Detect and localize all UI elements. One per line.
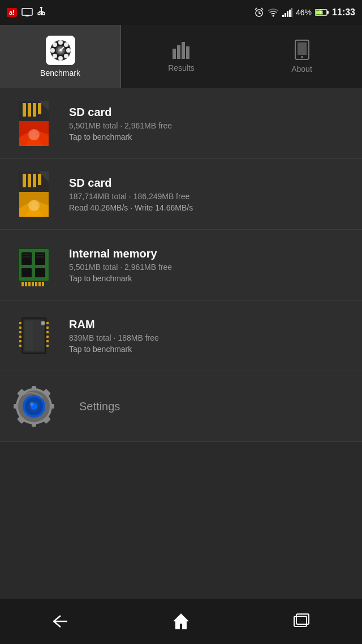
svg-rect-87 bbox=[19, 327, 21, 329]
results-bars-icon bbox=[171, 41, 192, 59]
svg-rect-71 bbox=[21, 282, 24, 286]
svg-marker-116 bbox=[173, 613, 189, 629]
svg-point-27 bbox=[58, 56, 63, 61]
sd-card-2-text: SD card 187,714MB total · 186,249MB free… bbox=[69, 177, 193, 212]
svg-rect-86 bbox=[19, 322, 21, 324]
list-item-sd-card-2[interactable]: SD card 187,714MB total · 186,249MB free… bbox=[0, 159, 362, 230]
ram-action: Tap to benchmark bbox=[69, 345, 159, 354]
svg-rect-40 bbox=[182, 42, 185, 59]
svg-rect-95 bbox=[46, 336, 49, 338]
svg-rect-88 bbox=[19, 331, 21, 333]
nav-bar bbox=[0, 599, 362, 644]
svg-rect-5 bbox=[42, 12, 45, 15]
ram-icon bbox=[9, 311, 59, 360]
benchmark-app-icon bbox=[46, 36, 75, 65]
sd-card-1-subtitle: 5,501MB total · 2,961MB free bbox=[69, 121, 172, 130]
svg-point-33 bbox=[53, 54, 57, 58]
svg-rect-41 bbox=[186, 46, 189, 59]
svg-rect-76 bbox=[38, 282, 41, 286]
svg-rect-72 bbox=[25, 282, 27, 286]
svg-rect-13 bbox=[282, 15, 284, 17]
sd-card-2-action: Read 40.26MB/s · Write 14.66MB/s bbox=[69, 203, 193, 212]
status-bar: a! bbox=[0, 0, 362, 25]
recents-button[interactable] bbox=[279, 607, 324, 636]
list-item-ram[interactable]: RAM 839MB total · 188MB free Tap to benc… bbox=[0, 300, 362, 371]
wifi-icon bbox=[268, 8, 279, 17]
svg-point-64 bbox=[28, 200, 40, 211]
svg-rect-97 bbox=[46, 345, 49, 347]
ram-title: RAM bbox=[69, 318, 159, 331]
svg-rect-61 bbox=[33, 174, 36, 187]
svg-point-32 bbox=[64, 42, 68, 47]
list-item-internal-memory[interactable]: Internal memory 5,501MB total · 2,961MB … bbox=[0, 230, 362, 300]
svg-rect-68 bbox=[35, 252, 45, 265]
ram-text: RAM 839MB total · 188MB free Tap to benc… bbox=[69, 318, 159, 354]
svg-point-54 bbox=[28, 129, 40, 140]
signal-icon bbox=[282, 8, 292, 17]
internal-memory-text: Internal memory 5,501MB total · 2,961MB … bbox=[69, 247, 172, 283]
svg-point-44 bbox=[301, 56, 303, 58]
sd-card-red-icon bbox=[9, 98, 59, 148]
svg-rect-74 bbox=[32, 282, 34, 286]
list-item-sd-card-1[interactable]: SD card 5,501MB total · 2,961MB free Tap… bbox=[0, 88, 362, 159]
svg-rect-96 bbox=[46, 340, 49, 342]
back-button[interactable] bbox=[38, 607, 83, 636]
svg-rect-69 bbox=[21, 268, 32, 277]
svg-rect-60 bbox=[28, 174, 31, 187]
svg-rect-38 bbox=[173, 49, 176, 59]
internal-memory-subtitle: 5,501MB total · 2,961MB free bbox=[69, 263, 172, 272]
svg-rect-70 bbox=[35, 268, 45, 277]
svg-point-28 bbox=[50, 48, 55, 53]
internal-memory-icon bbox=[9, 240, 59, 290]
svg-rect-90 bbox=[19, 340, 21, 342]
tab-bar: Benchmark Results About bbox=[0, 25, 362, 88]
svg-point-29 bbox=[66, 48, 71, 53]
screen-icon bbox=[21, 8, 33, 17]
tab-benchmark-label: Benchmark bbox=[40, 68, 80, 78]
content-list: SD card 5,501MB total · 2,961MB free Tap… bbox=[0, 88, 362, 442]
svg-rect-16 bbox=[289, 10, 291, 17]
svg-rect-1 bbox=[25, 15, 29, 16]
status-time: 11:33 bbox=[332, 7, 355, 18]
svg-point-99 bbox=[42, 322, 44, 324]
sd-card-2-subtitle: 187,714MB total · 186,249MB free bbox=[69, 192, 193, 201]
list-item-settings[interactable]: Settings bbox=[0, 371, 362, 442]
ram-subtitle: 839MB total · 188MB free bbox=[69, 333, 159, 342]
tab-about[interactable]: About bbox=[242, 25, 362, 88]
svg-rect-94 bbox=[46, 331, 49, 333]
svg-rect-51 bbox=[33, 103, 36, 117]
home-button[interactable] bbox=[158, 607, 204, 636]
settings-label: Settings bbox=[79, 400, 120, 413]
tab-benchmark[interactable]: Benchmark bbox=[0, 25, 121, 88]
svg-rect-50 bbox=[28, 103, 31, 117]
svg-rect-77 bbox=[42, 282, 44, 286]
usb-icon bbox=[37, 7, 45, 18]
sd-card-2-title: SD card bbox=[69, 177, 193, 190]
internal-memory-title: Internal memory bbox=[69, 247, 172, 260]
internal-memory-action: Tap to benchmark bbox=[69, 274, 172, 283]
svg-rect-0 bbox=[22, 8, 32, 15]
svg-rect-93 bbox=[46, 327, 49, 329]
alarm-icon bbox=[254, 7, 264, 18]
svg-line-10 bbox=[255, 8, 257, 10]
about-phone-icon bbox=[294, 40, 310, 60]
svg-point-37 bbox=[59, 49, 62, 51]
svg-line-11 bbox=[261, 8, 263, 10]
svg-point-31 bbox=[64, 54, 68, 58]
svg-rect-92 bbox=[46, 322, 49, 324]
svg-point-30 bbox=[53, 42, 57, 47]
tab-results[interactable]: Results bbox=[121, 25, 242, 88]
svg-point-26 bbox=[58, 40, 63, 45]
svg-rect-85 bbox=[25, 321, 33, 350]
sd-card-1-title: SD card bbox=[69, 106, 172, 119]
svg-rect-59 bbox=[23, 174, 26, 187]
svg-rect-14 bbox=[285, 13, 286, 17]
sd-card-yellow-icon bbox=[9, 169, 59, 219]
svg-rect-62 bbox=[38, 174, 41, 185]
status-right-icons: 46% 11:33 bbox=[254, 7, 355, 18]
svg-point-6 bbox=[40, 7, 42, 8]
svg-rect-17 bbox=[291, 8, 292, 17]
svg-point-114 bbox=[30, 402, 33, 406]
status-left-icons: a! bbox=[7, 7, 45, 18]
svg-rect-15 bbox=[287, 11, 288, 17]
